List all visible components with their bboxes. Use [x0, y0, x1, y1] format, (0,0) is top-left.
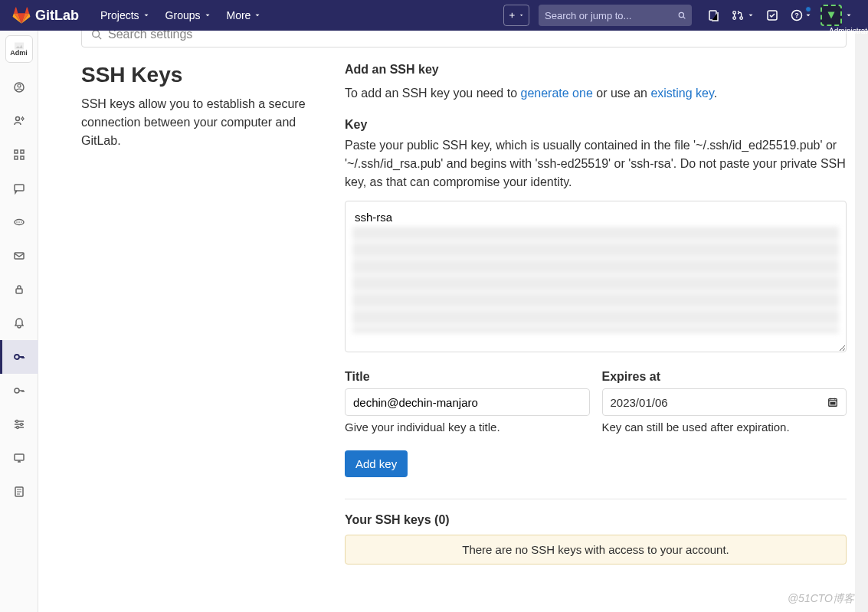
sidebar-item-preferences[interactable]: [0, 407, 38, 441]
help-icon: ?: [791, 9, 803, 21]
tanuki-icon: [12, 6, 31, 25]
svg-rect-23: [16, 289, 22, 293]
merge-requests-button[interactable]: [730, 5, 756, 26]
search-input[interactable]: [545, 10, 673, 21]
notification-dot: [805, 6, 811, 12]
avatar-icon: [821, 5, 842, 26]
sidebar-item-password[interactable]: [0, 273, 38, 306]
plus-icon: [509, 11, 516, 20]
sidebar-item-notifications[interactable]: [0, 306, 38, 340]
calendar-icon: [827, 397, 838, 407]
sidebar-item-access-tokens[interactable]: [0, 205, 38, 239]
expires-label: Expires at: [602, 370, 847, 384]
add-key-intro: To add an SSH key you need to generate o…: [345, 84, 847, 103]
svg-point-24: [15, 355, 19, 359]
chevron-down-icon: [804, 11, 812, 19]
svg-point-20: [18, 221, 20, 223]
svg-point-25: [15, 388, 19, 393]
svg-point-3: [733, 17, 736, 20]
gitlab-logo[interactable]: GitLab: [12, 6, 79, 25]
chevron-down-icon: [254, 11, 261, 19]
svg-rect-29: [15, 454, 24, 460]
svg-point-10: [18, 84, 21, 87]
expires-input[interactable]: 2023/01/06: [602, 388, 847, 416]
chevron-down-icon: [142, 11, 150, 19]
divider: [345, 499, 847, 499]
sidebar-item-ssh-keys[interactable]: [0, 340, 38, 374]
svg-rect-8: [15, 42, 24, 49]
sidebar-item-authentication-log[interactable]: [0, 475, 38, 509]
svg-text:?: ?: [794, 11, 799, 19]
left-sidebar: Admi: [0, 31, 38, 612]
chevron-down-icon: [204, 11, 211, 19]
key-label: Key: [345, 118, 847, 132]
svg-rect-17: [15, 185, 24, 191]
nav-groups[interactable]: Groups: [158, 0, 219, 31]
todo-icon: [766, 9, 778, 21]
svg-point-28: [16, 427, 18, 429]
svg-rect-13: [15, 150, 18, 153]
sidebar-item-active-sessions[interactable]: [0, 441, 38, 475]
empty-keys-alert: There are no SSH keys with access to you…: [345, 535, 847, 565]
svg-rect-14: [21, 150, 24, 153]
sidebar-item-chat[interactable]: [0, 172, 38, 205]
sidebar-item-gpg-keys[interactable]: [0, 374, 38, 407]
svg-point-19: [16, 221, 18, 223]
svg-point-27: [20, 424, 22, 426]
chevron-down-icon: [747, 11, 755, 19]
new-dropdown[interactable]: [503, 5, 529, 26]
user-menu[interactable]: Administrator: [817, 5, 856, 26]
sidebar-item-emails[interactable]: [0, 239, 38, 273]
svg-point-4: [740, 17, 743, 20]
chevron-down-icon: [845, 11, 853, 19]
title-label: Title: [345, 370, 590, 384]
svg-point-31: [93, 31, 100, 38]
svg-point-26: [15, 421, 18, 423]
main-content: SSH Keys SSH keys allow you to establish…: [38, 21, 868, 612]
your-keys-heading: Your SSH keys (0): [345, 513, 847, 527]
svg-rect-22: [15, 253, 24, 259]
svg-point-21: [21, 221, 22, 223]
sidebar-item-profile[interactable]: [0, 70, 38, 104]
sidebar-item-applications[interactable]: [0, 138, 38, 172]
sidebar-item-account[interactable]: [0, 104, 38, 138]
watermark: @51CTO博客: [788, 592, 854, 606]
expires-hint: Key can still be used after expiration.: [602, 421, 847, 434]
user-label: Administrator: [829, 27, 868, 35]
sidebar-avatar[interactable]: Admi: [5, 35, 33, 63]
broken-image-icon: [15, 42, 24, 50]
svg-point-12: [21, 118, 24, 120]
svg-point-11: [15, 117, 19, 121]
top-navbar: GitLab Projects Groups More ?: [0, 0, 868, 31]
title-input[interactable]: [345, 388, 590, 416]
search-icon: [91, 29, 102, 40]
ssh-key-textarea[interactable]: ssh-rsa: [345, 201, 847, 352]
page-description: SSH keys allow you to establish a secure…: [81, 95, 326, 150]
svg-rect-15: [15, 156, 18, 159]
key-help: Paste your public SSH key, which is usua…: [345, 136, 847, 191]
title-hint: Give your individual key a title.: [345, 421, 590, 434]
nav-more[interactable]: More: [219, 0, 270, 31]
help-button[interactable]: ?: [788, 5, 814, 26]
brand-text: GitLab: [35, 8, 79, 24]
add-key-button[interactable]: Add key: [345, 450, 408, 477]
svg-rect-33: [830, 402, 836, 405]
generate-one-link[interactable]: generate one: [520, 87, 592, 100]
svg-point-2: [733, 11, 736, 15]
nav-projects[interactable]: Projects: [93, 0, 158, 31]
merge-request-icon: [732, 9, 745, 21]
chevron-down-icon: [519, 11, 524, 19]
issues-button[interactable]: [701, 5, 727, 26]
issues-icon: [708, 9, 720, 21]
existing-key-link[interactable]: existing key: [650, 87, 713, 100]
add-key-heading: Add an SSH key: [345, 63, 847, 77]
global-search[interactable]: [539, 5, 692, 26]
todos-button[interactable]: [759, 5, 785, 26]
svg-point-0: [679, 12, 683, 17]
svg-rect-16: [21, 156, 24, 159]
page-title: SSH Keys: [81, 63, 326, 87]
search-icon: [678, 10, 686, 21]
